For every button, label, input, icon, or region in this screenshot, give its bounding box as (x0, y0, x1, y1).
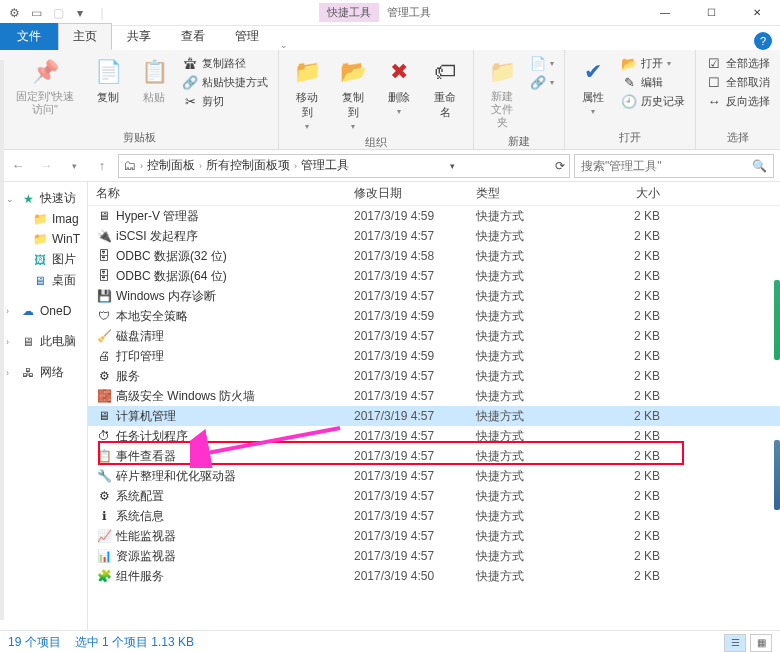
breadcrumb-item[interactable]: 管理工具 (301, 157, 349, 174)
context-tab-gray: 管理工具 (379, 3, 439, 22)
forward-button[interactable]: → (34, 154, 58, 178)
nav-item[interactable]: 📁WinT (0, 229, 87, 249)
nav-this-pc[interactable]: ›🖥此电脑 (0, 331, 87, 352)
new-item-icon: 📄 (530, 55, 546, 71)
easy-access-button[interactable]: 🔗▾ (526, 73, 558, 91)
breadcrumb-item[interactable]: 所有控制面板项 (206, 157, 290, 174)
ribbon-collapse-icon[interactable]: ⌄ (274, 40, 294, 50)
qat-item[interactable]: ▭ (26, 3, 46, 23)
tab-view[interactable]: 查看 (166, 23, 220, 50)
new-folder-button[interactable]: 📁 新建 文件夹 (480, 54, 524, 132)
maximize-button[interactable]: ☐ (688, 0, 734, 26)
pc-icon: 🖥 (20, 334, 36, 350)
tab-share[interactable]: 共享 (112, 23, 166, 50)
file-date: 2017/3/19 4:57 (354, 329, 476, 343)
file-row[interactable]: 📋事件查看器2017/3/19 4:57快捷方式2 KB (88, 446, 780, 466)
expand-icon[interactable]: › (6, 337, 9, 347)
file-date: 2017/3/19 4:57 (354, 529, 476, 543)
history-button[interactable]: 🕘历史记录 (617, 92, 689, 110)
breadcrumb[interactable]: 🗂 › 控制面板 › 所有控制面板项 › 管理工具 ▾ ⟳ (118, 154, 570, 178)
search-icon[interactable]: 🔍 (752, 159, 767, 173)
file-row[interactable]: 🖥Hyper-V 管理器2017/3/19 4:59快捷方式2 KB (88, 206, 780, 226)
file-list-scroll[interactable]: 🖥Hyper-V 管理器2017/3/19 4:59快捷方式2 KB🔌iSCSI… (88, 206, 780, 630)
file-row[interactable]: 📈性能监视器2017/3/19 4:57快捷方式2 KB (88, 526, 780, 546)
file-row[interactable]: ⏱任务计划程序2017/3/19 4:57快捷方式2 KB (88, 426, 780, 446)
column-name[interactable]: 名称 (96, 185, 354, 202)
file-size: 2 KB (594, 449, 684, 463)
chevron-right-icon[interactable]: › (138, 161, 145, 171)
rename-button[interactable]: 🏷 重命名 (423, 54, 467, 122)
file-row[interactable]: ℹ系统信息2017/3/19 4:57快捷方式2 KB (88, 506, 780, 526)
copy-button[interactable]: 📄 复制 (86, 54, 130, 107)
move-to-button[interactable]: 📁 移动到▾ (285, 54, 329, 133)
nav-onedrive[interactable]: ›☁OneD (0, 301, 87, 321)
recent-dropdown-icon[interactable]: ▾ (62, 154, 86, 178)
file-row[interactable]: 🔌iSCSI 发起程序2017/3/19 4:57快捷方式2 KB (88, 226, 780, 246)
properties-button[interactable]: ✔ 属性▾ (571, 54, 615, 118)
nav-item[interactable]: 📁Imag (0, 209, 87, 229)
invert-selection-button[interactable]: ↔反向选择 (702, 92, 774, 110)
file-row[interactable]: 🖨打印管理2017/3/19 4:59快捷方式2 KB (88, 346, 780, 366)
back-button[interactable]: ← (6, 154, 30, 178)
file-name: 打印管理 (116, 348, 164, 365)
details-view-button[interactable]: ☰ (724, 634, 746, 652)
file-row[interactable]: 🔧碎片整理和优化驱动器2017/3/19 4:57快捷方式2 KB (88, 466, 780, 486)
qat-item[interactable]: ▢ (48, 3, 68, 23)
select-all-button[interactable]: ☑全部选择 (702, 54, 774, 72)
file-row[interactable]: ⚙系统配置2017/3/19 4:57快捷方式2 KB (88, 486, 780, 506)
tab-file[interactable]: 文件 (0, 23, 58, 50)
select-none-button[interactable]: ☐全部取消 (702, 73, 774, 91)
tab-home[interactable]: 主页 (58, 23, 112, 50)
chevron-right-icon[interactable]: › (197, 161, 204, 171)
file-icon: ⚙ (96, 368, 112, 384)
explorer-body: ⌄★快速访 📁Imag 📁WinT 🖼图片 🖥桌面 ›☁OneD ›🖥此电脑 ›… (0, 182, 780, 630)
pin-to-quick-access-button[interactable]: 📌 固定到"快速访问" (6, 54, 84, 118)
copy-to-button[interactable]: 📂 复制到▾ (331, 54, 375, 133)
label: 编辑 (641, 75, 663, 90)
expand-icon[interactable]: › (6, 368, 9, 378)
tab-manage[interactable]: 管理 (220, 23, 274, 50)
copy-path-button[interactable]: 🛣复制路径 (178, 54, 272, 72)
thumbnails-view-button[interactable]: ▦ (750, 634, 772, 652)
help-button[interactable]: ? (754, 32, 772, 50)
column-date[interactable]: 修改日期 (354, 185, 476, 202)
nav-network[interactable]: ›🖧网络 (0, 362, 87, 383)
delete-button[interactable]: ✖ 删除▾ (377, 54, 421, 118)
paste-shortcut-button[interactable]: 🔗粘贴快捷方式 (178, 73, 272, 91)
new-item-button[interactable]: 📄▾ (526, 54, 558, 72)
nav-item[interactable]: 🖼图片 (0, 249, 87, 270)
file-row[interactable]: 🧩组件服务2017/3/19 4:50快捷方式2 KB (88, 566, 780, 586)
file-row[interactable]: 🗄ODBC 数据源(64 位)2017/3/19 4:57快捷方式2 KB (88, 266, 780, 286)
paste-button[interactable]: 📋 粘贴 (132, 54, 176, 107)
column-size[interactable]: 大小 (594, 185, 684, 202)
file-row[interactable]: 🖥计算机管理2017/3/19 4:57快捷方式2 KB (88, 406, 780, 426)
expand-icon[interactable]: › (6, 306, 9, 316)
file-row[interactable]: 🧱高级安全 Windows 防火墙2017/3/19 4:57快捷方式2 KB (88, 386, 780, 406)
file-row[interactable]: 🧹磁盘清理2017/3/19 4:57快捷方式2 KB (88, 326, 780, 346)
nav-quick-access[interactable]: ⌄★快速访 (0, 188, 87, 209)
file-type: 快捷方式 (476, 268, 594, 285)
app-icon[interactable]: ⚙ (4, 3, 24, 23)
breadcrumb-item[interactable]: 控制面板 (147, 157, 195, 174)
search-input[interactable] (581, 159, 752, 173)
column-type[interactable]: 类型 (476, 185, 594, 202)
close-button[interactable]: ✕ (734, 0, 780, 26)
file-row[interactable]: 🛡本地安全策略2017/3/19 4:59快捷方式2 KB (88, 306, 780, 326)
file-type: 快捷方式 (476, 328, 594, 345)
minimize-button[interactable]: — (642, 0, 688, 26)
qat-dropdown-icon[interactable]: ▾ (70, 3, 90, 23)
file-row[interactable]: 🗄ODBC 数据源(32 位)2017/3/19 4:58快捷方式2 KB (88, 246, 780, 266)
refresh-icon[interactable]: ⟳ (555, 159, 565, 173)
nav-desktop[interactable]: 🖥桌面 (0, 270, 87, 291)
edit-button[interactable]: ✎编辑 (617, 73, 689, 91)
expand-icon[interactable]: ⌄ (6, 194, 14, 204)
chevron-right-icon[interactable]: › (292, 161, 299, 171)
search-box[interactable]: 🔍 (574, 154, 774, 178)
file-row[interactable]: 💾Windows 内存诊断2017/3/19 4:57快捷方式2 KB (88, 286, 780, 306)
breadcrumb-dropdown-icon[interactable]: ▾ (450, 161, 455, 171)
open-button[interactable]: 📂打开▾ (617, 54, 689, 72)
cut-button[interactable]: ✂剪切 (178, 92, 272, 110)
file-row[interactable]: 📊资源监视器2017/3/19 4:57快捷方式2 KB (88, 546, 780, 566)
up-button[interactable]: ↑ (90, 154, 114, 178)
file-row[interactable]: ⚙服务2017/3/19 4:57快捷方式2 KB (88, 366, 780, 386)
